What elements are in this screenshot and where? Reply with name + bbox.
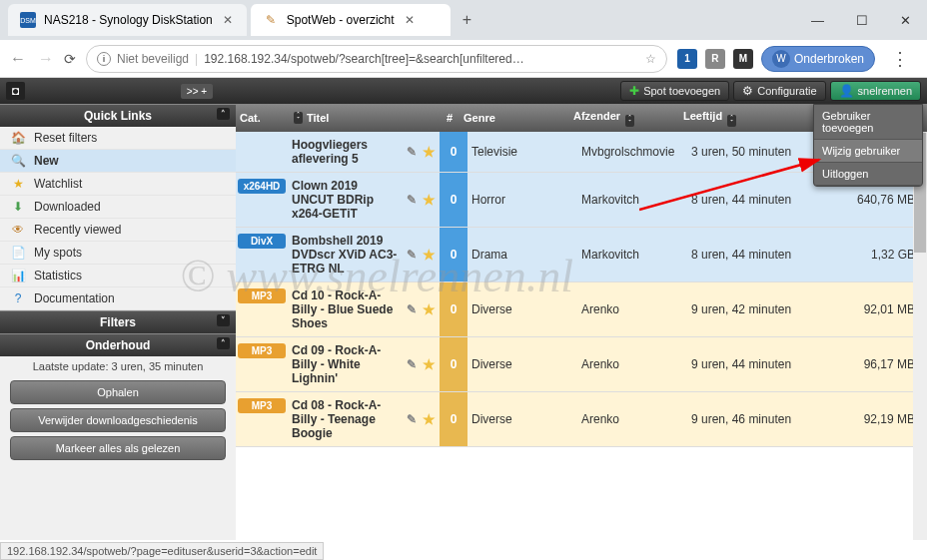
close-button[interactable]: ✕ xyxy=(892,9,919,32)
extension-icon[interactable]: 1 xyxy=(677,49,697,69)
sidebar-item-reset-filters[interactable]: 🏠Reset filters xyxy=(0,127,236,150)
forward-button[interactable]: → xyxy=(38,50,54,68)
sidebar-item-recently-viewed[interactable]: 👁Recently viewed xyxy=(0,219,236,242)
star-icon[interactable]: ★ xyxy=(423,192,436,208)
chevron-down-icon[interactable]: ˅ xyxy=(217,314,230,326)
col-header-title[interactable]: ˄˅Titel xyxy=(292,112,436,124)
sort-icon[interactable]: ˄˅ xyxy=(625,115,634,127)
panel-header-quicklinks[interactable]: Quick Links ˄ xyxy=(0,104,236,127)
sort-icon[interactable]: ˄˅ xyxy=(727,115,736,127)
row-genre: Diverse xyxy=(467,302,577,316)
edit-icon[interactable]: ✎ xyxy=(407,248,417,262)
mark-read-button[interactable]: Markeer alles als gelezen xyxy=(10,436,226,460)
gear-icon: ⚙ xyxy=(742,84,753,98)
extension-icon[interactable]: R xyxy=(705,49,725,69)
edit-icon[interactable]: ✎ xyxy=(407,357,417,371)
panel-header-maintenance[interactable]: Onderhoud ˄ xyxy=(0,333,236,356)
edit-icon[interactable]: ✎ xyxy=(407,145,417,159)
extension-icon[interactable]: M xyxy=(733,49,753,69)
user-button[interactable]: 👤 snelrennen xyxy=(830,81,921,101)
scrollbar[interactable] xyxy=(913,132,927,540)
comment-count[interactable]: 0 xyxy=(440,173,467,227)
forward-collapse-button[interactable]: >> + xyxy=(181,84,213,99)
row-genre: Televisie xyxy=(467,145,577,159)
comment-count[interactable]: 0 xyxy=(440,392,467,446)
col-header-cat[interactable]: Cat. xyxy=(240,112,292,124)
table-row[interactable]: DivXBombshell 2019 DVDscr XViD AC3-ETRG … xyxy=(236,228,927,282)
sidebar-item-label: Downloaded xyxy=(34,200,101,214)
clear-history-button[interactable]: Verwijder downloadgeschiedenis xyxy=(10,408,226,432)
back-button[interactable]: ← xyxy=(10,50,26,68)
category-tag: x264HD xyxy=(238,179,286,194)
panel-header-filters[interactable]: Filters ˅ xyxy=(0,310,236,333)
sidebar-item-documentation[interactable]: ?Documentation xyxy=(0,287,236,310)
item-icon: 🔍 xyxy=(10,154,26,168)
row-title: Hoogvliegers aflevering 5 xyxy=(292,138,401,166)
sidebar-item-my-spots[interactable]: 📄My spots xyxy=(0,242,236,265)
row-genre: Diverse xyxy=(467,357,577,371)
sidebar: Quick Links ˄ 🏠Reset filters🔍New★Watchli… xyxy=(0,104,236,540)
comment-count[interactable]: 0 xyxy=(440,132,467,172)
url-field[interactable]: i Niet beveiligd | 192.168.192.34/spotwe… xyxy=(86,45,667,73)
col-header-num[interactable]: # xyxy=(436,112,464,124)
pin-icon[interactable]: ◘ xyxy=(6,82,25,100)
app-toolbar: ◘ >> + ✚ Spot toevoegen ⚙ Configuratie 👤… xyxy=(0,78,927,104)
row-title: Bombshell 2019 DVDscr XViD AC3-ETRG NL xyxy=(292,234,401,276)
sidebar-item-label: New xyxy=(34,154,59,168)
sidebar-item-watchlist[interactable]: ★Watchlist xyxy=(0,173,236,196)
sidebar-item-statistics[interactable]: 📊Statistics xyxy=(0,265,236,287)
user-dropdown: Gebruiker toevoegenWijzig gebruikerUitlo… xyxy=(813,104,923,187)
info-icon[interactable]: i xyxy=(97,52,111,66)
browser-tab-active[interactable]: ✎ SpotWeb - overzicht ✕ xyxy=(251,4,451,36)
user-menu-item[interactable]: Gebruiker toevoegen xyxy=(814,105,922,140)
row-title: Cd 10 - Rock-A-Billy - Blue Suede Shoes xyxy=(292,288,401,330)
chevron-up-icon[interactable]: ˄ xyxy=(217,337,230,349)
star-icon[interactable]: ★ xyxy=(423,247,436,263)
tab-title: SpotWeb - overzicht xyxy=(287,13,395,27)
comment-count[interactable]: 0 xyxy=(440,228,467,281)
panel-title: Filters xyxy=(100,315,136,329)
sort-icon[interactable]: ˄˅ xyxy=(294,112,303,124)
config-button[interactable]: ⚙ Configuratie xyxy=(733,81,825,101)
new-tab-button[interactable]: + xyxy=(455,11,479,29)
star-icon[interactable]: ☆ xyxy=(645,52,656,66)
profile-button[interactable]: W Onderbroken xyxy=(761,46,875,72)
comment-count[interactable]: 0 xyxy=(440,337,467,391)
edit-icon[interactable]: ✎ xyxy=(407,193,417,207)
item-icon: ? xyxy=(10,291,26,305)
table-row[interactable]: MP3Cd 08 - Rock-A-Billy - Teenage Boogie… xyxy=(236,392,927,447)
comment-count[interactable]: 0 xyxy=(440,282,467,336)
table-row[interactable]: MP3Cd 09 - Rock-A-Billy - White Lighnin'… xyxy=(236,337,927,392)
menu-button[interactable]: ⋮ xyxy=(883,48,917,70)
maximize-button[interactable]: ☐ xyxy=(848,9,876,32)
sidebar-item-label: Reset filters xyxy=(34,131,97,145)
star-icon[interactable]: ★ xyxy=(423,144,436,160)
category-tag: MP3 xyxy=(238,288,286,303)
col-header-age[interactable]: Leeftijd ˄˅ xyxy=(683,110,833,127)
col-header-genre[interactable]: Genre xyxy=(464,112,573,124)
user-menu-item[interactable]: Wijzig gebruiker xyxy=(814,140,922,163)
chevron-up-icon[interactable]: ˄ xyxy=(217,108,230,120)
sidebar-item-new[interactable]: 🔍New xyxy=(0,150,236,173)
fetch-button[interactable]: Ophalen xyxy=(10,380,226,404)
close-icon[interactable]: ✕ xyxy=(221,11,235,29)
row-sender: Arenko xyxy=(577,302,687,316)
button-label: Configuratie xyxy=(757,85,816,97)
reload-button[interactable]: ⟳ xyxy=(64,51,76,67)
star-icon[interactable]: ★ xyxy=(423,301,436,317)
sidebar-item-downloaded[interactable]: ⬇Downloaded xyxy=(0,196,236,219)
item-icon: 📄 xyxy=(10,246,26,260)
minimize-button[interactable]: — xyxy=(803,9,832,32)
star-icon[interactable]: ★ xyxy=(423,356,436,372)
edit-icon[interactable]: ✎ xyxy=(407,302,417,316)
col-header-sender[interactable]: Afzender ˄˅ xyxy=(573,110,683,127)
close-icon[interactable]: ✕ xyxy=(403,11,417,29)
user-menu-item[interactable]: Uitloggen xyxy=(814,163,922,186)
star-icon[interactable]: ★ xyxy=(423,411,436,427)
sidebar-item-label: Documentation xyxy=(34,291,115,305)
item-icon: 📊 xyxy=(10,269,26,282)
edit-icon[interactable]: ✎ xyxy=(407,412,417,426)
add-spot-button[interactable]: ✚ Spot toevoegen xyxy=(620,81,729,101)
browser-tab[interactable]: DSM NAS218 - Synology DiskStation ✕ xyxy=(8,4,247,36)
table-row[interactable]: MP3Cd 10 - Rock-A-Billy - Blue Suede Sho… xyxy=(236,282,927,337)
